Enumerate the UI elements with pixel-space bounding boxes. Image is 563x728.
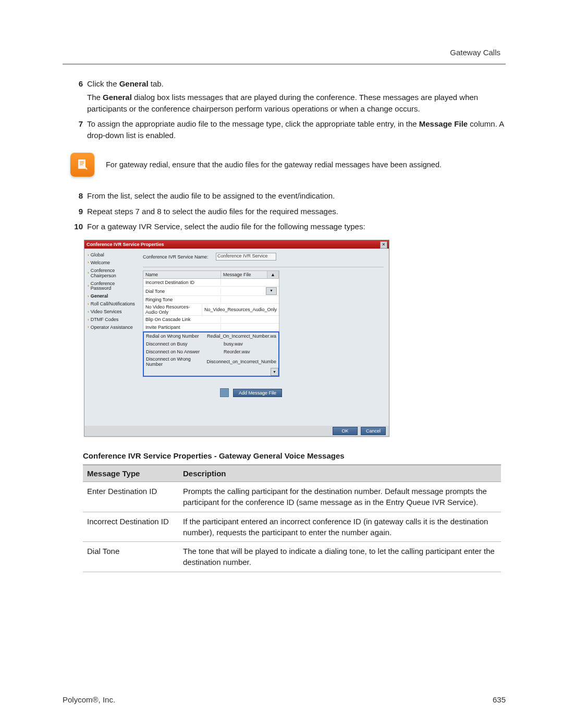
step-9: 9 Repeat steps 7 and 8 to select the aud… (70, 206, 506, 217)
cell-type: Dial Tone (83, 546, 179, 568)
chevron-right-icon: › (88, 261, 89, 265)
ivr-dialog: Conference IVR Service Properties × ›Glo… (84, 240, 389, 437)
cell-name: Disconnect on Busy (144, 341, 222, 347)
dialog-footer: OK Cancel (84, 426, 389, 436)
cell-name: Disconnect on No Answer (144, 349, 222, 355)
cell-desc: The tone that will be played to indicate… (179, 546, 501, 568)
step-num: 6 (70, 78, 87, 114)
s7-bold: Message File (419, 119, 468, 128)
table-row: Enter Destination IDPrompts the calling … (83, 482, 501, 512)
nav-label: Global (91, 253, 104, 258)
dialog-titlebar: Conference IVR Service Properties × (84, 240, 389, 249)
service-name-input[interactable]: Conference IVR Service (216, 253, 276, 261)
nav-global[interactable]: ›Global (88, 253, 137, 258)
nav-label: DTMF Codes (91, 317, 119, 323)
s6-d1c: dialog box lists messages that are playe… (87, 93, 478, 113)
note-text: For gateway redial, ensure that the audi… (106, 161, 506, 169)
scroll-up-icon[interactable]: ▲ (267, 271, 279, 278)
chevron-right-icon: › (88, 325, 89, 330)
step-7: 7 To assign the appropriate audio file t… (70, 118, 506, 141)
add-message-file-button[interactable]: Add Message File (233, 389, 282, 397)
col-file-header: Message File (221, 271, 267, 278)
table-row[interactable]: Disconnect on Busybusy.wav (144, 340, 278, 348)
table-caption: Conference IVR Service Properties - Gate… (83, 451, 506, 460)
step-6: 6 Click the General tab. The General dia… (70, 78, 506, 114)
table-row[interactable]: Dial Tone▼ (143, 287, 279, 296)
step-num: 9 (70, 206, 87, 217)
add-file-row: Add Message File (220, 388, 384, 397)
chevron-right-icon: › (88, 284, 89, 289)
note-icon (70, 153, 94, 177)
dialog-main: Conference IVR Service Name: Conference … (139, 249, 389, 426)
table-row[interactable]: Disconnect on Wrong NumberDisconnect_on_… (144, 356, 278, 368)
nav-welcome[interactable]: ›Welcome (88, 261, 137, 266)
nav-label: Conference Chairperson (91, 268, 137, 279)
th-message-type: Message Type (83, 465, 179, 482)
table-row[interactable]: No Video Resources-Audio OnlyNo_Video_Re… (143, 304, 279, 316)
cell-file: No_Video_Resources_Audio_Only (202, 306, 279, 313)
chevron-right-icon: › (88, 271, 89, 276)
content-area: 6 Click the General tab. The General dia… (70, 78, 506, 572)
nav-label: General (91, 294, 108, 299)
dropdown-icon[interactable]: ▼ (266, 287, 277, 295)
cell-file: Reorder.wav (222, 349, 278, 355)
nav-general[interactable]: ›General (88, 294, 137, 299)
dialog-nav: ›Global ›Welcome ›Conference Chairperson… (84, 249, 139, 426)
cell-name: Incorrect Destination ID (143, 279, 221, 286)
cell-file (221, 299, 279, 300)
step-text: To assign the appropriate audio file to … (87, 118, 506, 141)
nav-chairperson[interactable]: ›Conference Chairperson (88, 268, 137, 279)
table-row: Incorrect Destination IDIf the participa… (83, 512, 501, 542)
table-row[interactable]: Incorrect Destination ID (143, 279, 279, 287)
nav-password[interactable]: ›Conference Password (88, 281, 137, 292)
nav-video[interactable]: ›Video Services (88, 310, 137, 315)
chevron-right-icon: › (88, 318, 89, 323)
close-icon[interactable]: × (380, 241, 387, 249)
ok-button[interactable]: OK (333, 427, 358, 435)
nav-label: Roll Call/Notifications (91, 302, 135, 307)
message-type-table: Message Type Description Enter Destinati… (83, 464, 501, 572)
chevron-right-icon: › (88, 253, 89, 258)
step-text: Click the General tab. The General dialo… (87, 78, 506, 114)
cell-name: Blip On Cascade Link (143, 316, 221, 323)
nav-label: Operator Assistance (91, 325, 133, 330)
step-text: Repeat steps 7 and 8 to select the audio… (87, 206, 506, 217)
cancel-button[interactable]: Cancel (361, 427, 386, 435)
cell-name: Invite Participant (143, 324, 221, 330)
table-row[interactable]: Ringing Tone (143, 296, 279, 304)
cell-name: Ringing Tone (143, 297, 221, 303)
table-row[interactable]: Invite Participant (143, 324, 279, 331)
step-num: 10 (70, 221, 87, 232)
col-name-header: Name (143, 271, 221, 278)
table-row[interactable]: Redial on Wrong NumberRedial_On_Incorrec… (144, 332, 278, 340)
cell-name: Disconnect on Wrong Number (144, 356, 204, 367)
step-8: 8 From the list, select the audio file t… (70, 190, 506, 202)
nav-label: Welcome (91, 261, 110, 266)
s6-d1: The (87, 93, 103, 102)
cell-name: Dial Tone (143, 288, 221, 294)
chevron-right-icon: › (88, 294, 89, 299)
cell-file (221, 327, 279, 328)
step-text: For a gateway IVR Service, select the au… (87, 221, 506, 232)
page-footer: Polycom®, Inc. 635 (63, 695, 506, 704)
nav-operator[interactable]: ›Operator Assistance (88, 325, 137, 330)
messages-table: Name Message File ▲ Incorrect Destinatio… (143, 270, 279, 332)
nav-rollcall[interactable]: ›Roll Call/Notifications (88, 302, 137, 307)
cell-file: ▼ (221, 287, 279, 295)
note-block: For gateway redial, ensure that the audi… (70, 153, 506, 177)
header-rule (63, 64, 506, 65)
table-row[interactable]: Blip On Cascade Link (143, 316, 279, 324)
cell-type: Enter Destination ID (83, 486, 179, 508)
nav-label: Conference Password (91, 281, 137, 292)
cell-file: busy.wav (222, 341, 278, 347)
s6-lead: Click the (87, 79, 119, 88)
th-description: Description (179, 465, 501, 482)
step-num: 7 (70, 118, 87, 141)
s6-tail: tab. (149, 79, 164, 88)
cell-file: Disconnect_on_Incorrect_Numbe (204, 359, 278, 365)
step-10: 10 For a gateway IVR Service, select the… (70, 221, 506, 232)
table-row[interactable]: Disconnect on No AnswerReorder.wav (144, 348, 278, 356)
s6-d1b: General (103, 93, 132, 102)
nav-dtmf[interactable]: ›DTMF Codes (88, 317, 137, 323)
scroll-down-icon[interactable]: ▼ (271, 368, 278, 376)
